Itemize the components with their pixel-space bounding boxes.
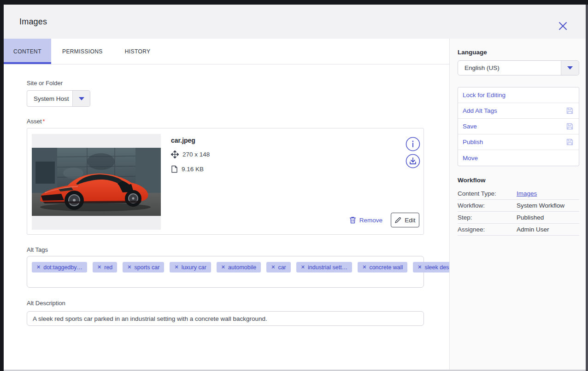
remove-tag-icon[interactable]: ✕ <box>271 264 275 270</box>
alt-description-input[interactable] <box>27 311 424 326</box>
tab-permissions[interactable]: PERMISSIONS <box>51 39 114 64</box>
asset-thumbnail <box>32 134 161 230</box>
required-marker: * <box>43 118 45 125</box>
edit-button[interactable]: Edit <box>391 213 419 227</box>
workflow-row-label: Step: <box>458 214 517 221</box>
save-icon <box>566 139 573 145</box>
tag-label: car <box>278 264 286 271</box>
asset-actions: Remove Edit <box>349 213 419 227</box>
workflow-row-content-type: Content Type: Images <box>458 188 579 200</box>
action-add-alt-tags[interactable]: Add Alt Tags <box>458 103 579 119</box>
asset-card: car.jpeg 270 x 148 9.16 KB <box>27 128 424 235</box>
images-dialog: Images CONTENT PERMISSIONS HISTORY Site … <box>0 0 588 371</box>
language-select[interactable]: English (US) <box>458 60 579 75</box>
download-button[interactable] <box>406 154 420 168</box>
tab-content-label: CONTENT <box>13 48 41 55</box>
site-or-folder-value: System Host <box>34 91 69 106</box>
close-icon <box>559 22 567 30</box>
page-title: Images <box>19 17 47 27</box>
workflow-row-assignee: Assignee: Admin User <box>458 224 579 236</box>
tab-history-label: HISTORY <box>125 48 151 55</box>
info-icon <box>406 137 420 151</box>
asset-dimensions-row: 270 x 148 <box>171 151 210 158</box>
tag-chip-list: ✕dot:taggedby… ✕red ✕sports car ✕luxury … <box>32 262 419 272</box>
tag-label: dot:taggedby… <box>43 264 82 271</box>
workflow-row-label: Content Type: <box>458 190 517 197</box>
tag-chip: ✕industrial sett… <box>296 262 352 272</box>
save-icon <box>566 123 573 130</box>
language-value: English (US) <box>465 61 500 75</box>
action-publish[interactable]: Publish <box>458 134 579 150</box>
workflow-row-workflow: Workflow: System Workflow <box>458 200 579 212</box>
workflow-row-label: Assignee: <box>458 226 517 233</box>
tag-label: industrial sett… <box>308 264 347 271</box>
asset-size-row: 9.16 KB <box>171 165 204 173</box>
workflow-row-value: Published <box>517 214 544 221</box>
tag-chip: ✕red <box>93 262 117 272</box>
window-edge-top <box>0 0 588 5</box>
remove-tag-icon[interactable]: ✕ <box>301 264 305 270</box>
tab-content[interactable]: CONTENT <box>4 39 51 64</box>
save-icon <box>566 107 573 114</box>
trash-icon <box>349 216 356 224</box>
site-or-folder-select[interactable]: System Host <box>27 90 90 107</box>
asset-dimensions: 270 x 148 <box>182 151 210 158</box>
file-icon <box>171 165 178 173</box>
tag-chip: ✕automobile <box>217 262 261 272</box>
asset-label: Asset* <box>27 118 45 125</box>
tab-permissions-label: PERMISSIONS <box>62 48 103 55</box>
remove-tag-icon[interactable]: ✕ <box>127 264 131 270</box>
window-edge-left <box>0 0 4 371</box>
site-or-folder-caret-button[interactable] <box>72 91 90 106</box>
action-lock-for-editing[interactable]: Lock for Editing <box>458 87 579 103</box>
remove-tag-icon[interactable]: ✕ <box>97 264 101 270</box>
tag-label: concrete wall <box>369 264 403 271</box>
action-label: Publish <box>463 139 483 145</box>
tab-history[interactable]: HISTORY <box>114 39 162 64</box>
tag-chip: ✕car <box>266 262 291 272</box>
content-type-link[interactable]: Images <box>517 190 537 197</box>
pencil-icon <box>394 217 401 224</box>
asset-file-size: 9.16 KB <box>182 166 204 173</box>
tag-label: luxury car <box>182 264 206 271</box>
workflow-row-value: System Workflow <box>517 202 564 209</box>
tab-bar: CONTENT PERMISSIONS HISTORY <box>4 39 449 64</box>
tag-chip: ✕sports car <box>123 262 164 272</box>
dialog-header: Images <box>4 5 586 39</box>
dimensions-icon <box>171 151 179 158</box>
tag-chip: ✕luxury car <box>170 262 211 272</box>
remove-tag-icon[interactable]: ✕ <box>221 264 225 270</box>
remove-tag-icon[interactable]: ✕ <box>417 264 422 270</box>
action-save[interactable]: Save <box>458 119 579 134</box>
workflow-row-step: Step: Published <box>458 212 579 224</box>
tag-chip: ✕concrete wall <box>358 262 407 272</box>
workflow-row-value: Admin User <box>517 226 549 233</box>
action-label: Move <box>463 155 478 162</box>
workflow-actions: Lock for Editing Add Alt Tags Save Publi… <box>458 87 579 166</box>
remove-tag-icon[interactable]: ✕ <box>36 264 41 270</box>
edit-label: Edit <box>405 217 415 224</box>
download-icon <box>406 154 420 168</box>
sidebar: Language English (US) Lock for Editing A… <box>449 39 586 370</box>
action-label: Lock for Editing <box>463 92 506 99</box>
workflow-table: Content Type: Images Workflow: System Wo… <box>458 188 579 236</box>
info-button[interactable] <box>406 137 420 151</box>
alt-tags-input[interactable]: ✕dot:taggedby… ✕red ✕sports car ✕luxury … <box>27 256 424 288</box>
language-caret-button[interactable] <box>561 61 579 75</box>
remove-tag-icon[interactable]: ✕ <box>174 264 178 270</box>
tag-label: sports car <box>135 264 160 271</box>
action-move[interactable]: Move <box>458 150 579 166</box>
site-or-folder-label: Site or Folder <box>27 80 63 87</box>
workflow-title: Workflow <box>458 177 486 184</box>
workflow-row-label: Workflow: <box>458 202 517 209</box>
alt-description-label: Alt Description <box>27 300 65 307</box>
close-button[interactable] <box>555 18 570 34</box>
asset-file-name: car.jpeg <box>171 137 195 144</box>
tag-label: red <box>104 264 112 271</box>
window-edge-right <box>586 5 588 371</box>
remove-tag-icon[interactable]: ✕ <box>362 264 366 270</box>
content-panel: Site or Folder System Host Asset* <box>4 64 449 370</box>
remove-button[interactable]: Remove <box>349 216 382 224</box>
car-photo <box>32 148 161 216</box>
alt-tags-label: Alt Tags <box>27 246 48 253</box>
